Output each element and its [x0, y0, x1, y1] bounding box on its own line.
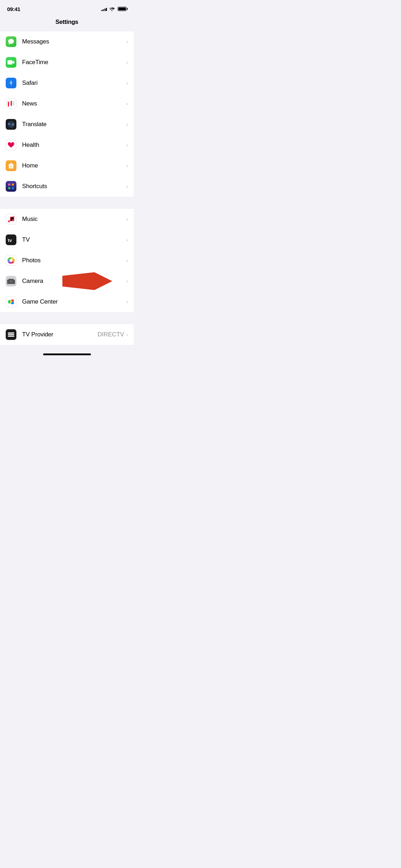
settings-row-news[interactable]: News › [0, 93, 134, 114]
settings-row-health[interactable]: Health › [0, 135, 134, 155]
settings-section-apps1: Messages › FaceTime › [0, 31, 134, 197]
translate-icon: A 文 [6, 119, 16, 130]
health-icon [6, 140, 16, 150]
settings-row-gamecenter[interactable]: Game Center › [0, 291, 134, 312]
tv-icon: tv [6, 234, 16, 245]
gamecenter-label: Game Center [22, 298, 126, 305]
home-icon [6, 160, 16, 171]
status-icons [101, 7, 127, 11]
facetime-icon [6, 57, 16, 68]
photos-chevron: › [126, 258, 128, 263]
news-label: News [22, 100, 126, 107]
status-time: 09:41 [7, 6, 20, 12]
settings-section-apps2: Music › tv TV › Photos [0, 209, 134, 312]
news-icon [6, 98, 16, 109]
health-label: Health [22, 141, 126, 149]
tv-label: TV [22, 236, 126, 243]
svg-point-15 [11, 166, 12, 167]
settings-row-photos[interactable]: Photos › [0, 250, 134, 271]
tv-chevron: › [126, 237, 128, 243]
safari-icon [6, 78, 16, 88]
news-chevron: › [126, 101, 128, 107]
home-indicator-area [0, 351, 134, 357]
svg-rect-17 [8, 184, 10, 186]
camera-icon [6, 276, 16, 286]
settings-row-music[interactable]: Music › [0, 209, 134, 229]
svg-rect-18 [12, 184, 14, 186]
svg-rect-0 [7, 60, 12, 64]
wifi-icon [109, 7, 115, 11]
camera-chevron: › [126, 278, 128, 284]
svg-rect-19 [8, 187, 10, 189]
svg-rect-36 [8, 336, 14, 337]
svg-rect-20 [12, 187, 14, 189]
gamecenter-chevron: › [126, 299, 128, 305]
svg-rect-23 [10, 217, 14, 217]
page-title: Settings [56, 19, 78, 25]
home-label: Home [22, 162, 126, 169]
facetime-chevron: › [126, 60, 128, 65]
shortcuts-icon [6, 181, 16, 192]
settings-row-tv[interactable]: tv TV › [0, 229, 134, 250]
translate-label: Translate [22, 121, 126, 128]
tvprovider-label: TV Provider [22, 331, 98, 338]
section-divider-2 [0, 312, 134, 324]
music-label: Music [22, 216, 126, 223]
settings-row-tvprovider[interactable]: TV Provider DIRECTV › [0, 324, 134, 345]
battery-icon [118, 7, 127, 11]
svg-text:tv: tv [8, 238, 12, 243]
photos-label: Photos [22, 257, 126, 264]
safari-chevron: › [126, 80, 128, 86]
facetime-label: FaceTime [22, 59, 126, 66]
settings-row-home[interactable]: Home › [0, 155, 134, 176]
settings-row-safari[interactable]: Safari › [0, 73, 134, 93]
svg-rect-14 [10, 167, 12, 169]
section-divider-1 [0, 197, 134, 209]
translate-chevron: › [126, 122, 128, 127]
safari-label: Safari [22, 79, 126, 87]
tvprovider-icon [6, 329, 16, 340]
svg-rect-35 [8, 334, 14, 335]
signal-bars-icon [101, 7, 107, 11]
health-chevron: › [126, 142, 128, 148]
svg-point-27 [10, 280, 12, 282]
messages-icon [6, 36, 16, 47]
settings-row-translate[interactable]: A 文 Translate › [0, 114, 134, 135]
svg-rect-34 [8, 332, 14, 334]
svg-rect-16 [6, 181, 16, 191]
music-icon [6, 214, 16, 224]
settings-row-shortcuts[interactable]: Shortcuts › [0, 176, 134, 197]
photos-icon [6, 255, 16, 266]
messages-label: Messages [22, 38, 126, 45]
shortcuts-label: Shortcuts [22, 183, 126, 190]
settings-row-camera[interactable]: Camera › [0, 271, 134, 291]
settings-row-messages[interactable]: Messages › [0, 31, 134, 52]
settings-row-facetime[interactable]: FaceTime › [0, 52, 134, 73]
shortcuts-chevron: › [126, 184, 128, 189]
camera-label: Camera [22, 278, 126, 285]
home-bar [43, 353, 91, 355]
svg-rect-22 [14, 216, 14, 220]
svg-point-32 [10, 301, 12, 303]
music-chevron: › [126, 216, 128, 222]
bottom-spacer [0, 345, 134, 351]
gamecenter-icon [6, 296, 16, 307]
settings-section-apps3: TV Provider DIRECTV › [0, 324, 134, 345]
home-chevron: › [126, 163, 128, 169]
page-header: Settings [0, 16, 134, 31]
svg-point-26 [10, 259, 12, 262]
messages-chevron: › [126, 39, 128, 45]
status-bar: 09:41 [0, 0, 134, 16]
tvprovider-value: DIRECTV [98, 331, 124, 338]
tvprovider-chevron: › [126, 332, 128, 337]
